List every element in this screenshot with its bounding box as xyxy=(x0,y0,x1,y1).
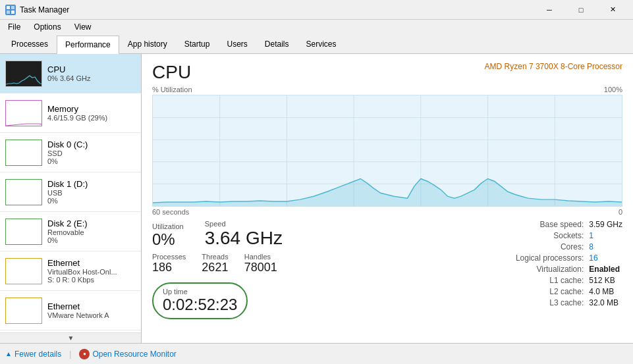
sidebar-ethernet1-sub1: VirtualBox Host-Onl... xyxy=(47,268,136,276)
uptime-label: Up time xyxy=(163,288,237,296)
window-title: Task Manager xyxy=(20,5,69,14)
svg-rect-0 xyxy=(7,6,10,9)
processes-value: 186 xyxy=(152,261,186,274)
speed-value: 3.64 GHz xyxy=(205,228,283,249)
sidebar: CPU 0% 3.64 GHz Memory 4.6/15.9 GB (29%) xyxy=(0,54,142,343)
chart-label-left: % Utilization xyxy=(152,86,192,93)
chevron-down-icon: ▼ xyxy=(68,334,74,342)
time-label-left: 60 seconds xyxy=(152,208,189,216)
sidebar-disk1-name: Disk 1 (D:) xyxy=(47,179,136,189)
sidebar-ethernet2-name: Ethernet xyxy=(47,301,136,311)
tab-processes[interactable]: Processes xyxy=(3,35,57,53)
tab-services[interactable]: Services xyxy=(298,35,345,53)
tab-apphistory[interactable]: App history xyxy=(119,35,176,53)
sidebar-ethernet1-name: Ethernet xyxy=(47,258,136,268)
sidebar-disk1-sub1: USB xyxy=(47,189,136,197)
virtualization-value: Enabled xyxy=(589,265,620,274)
menubar: File Options View xyxy=(0,20,633,34)
sidebar-disk2-name: Disk 2 (E:) xyxy=(47,219,136,228)
sidebar-disk0-sub1: SSD xyxy=(47,149,136,157)
l3-label: L3 cache: xyxy=(491,298,584,307)
processes-label: Processes xyxy=(152,253,186,261)
info-l1: L1 cache: 512 KB xyxy=(491,276,622,285)
info-l2: L2 cache: 4.0 MB xyxy=(491,287,622,296)
cpu-panel: CPU AMD Ryzen 7 3700X 8-Core Processor %… xyxy=(142,54,633,343)
threads-block: Threads 2621 xyxy=(202,253,228,274)
svg-rect-3 xyxy=(11,11,14,14)
handles-value: 78001 xyxy=(244,261,277,274)
handles-block: Handles 78001 xyxy=(244,253,277,274)
sidebar-disk2-info: Disk 2 (E:) Removable 0% xyxy=(47,219,136,244)
sidebar-scroll[interactable]: CPU 0% 3.64 GHz Memory 4.6/15.9 GB (29%) xyxy=(0,54,141,332)
l2-label: L2 cache: xyxy=(491,287,584,296)
l1-label: L1 cache: xyxy=(491,276,584,285)
memory-thumb xyxy=(5,100,42,126)
separator: | xyxy=(69,350,71,359)
ethernet1-thumb xyxy=(5,258,42,284)
sidebar-item-ethernet2[interactable]: Ethernet VMware Network A xyxy=(0,291,141,330)
maximize-button[interactable]: □ xyxy=(566,0,596,20)
chart-time-labels: 60 seconds 0 xyxy=(152,208,622,216)
svg-rect-1 xyxy=(11,6,14,9)
titlebar-left: Task Manager xyxy=(5,5,69,15)
virtualization-label: Virtualization: xyxy=(491,265,584,274)
menu-options[interactable]: Options xyxy=(28,21,66,33)
tab-details[interactable]: Details xyxy=(256,35,298,53)
chevron-up-icon: ▲ xyxy=(5,350,12,357)
sidebar-ethernet2-sub1: VMware Network A xyxy=(47,311,136,319)
chart-labels: % Utilization 100% xyxy=(152,86,622,93)
minimize-button[interactable]: ─ xyxy=(534,0,564,20)
uptime-value: 0:02:52:23 xyxy=(163,296,237,314)
open-resource-monitor-button[interactable]: ● Open Resource Monitor xyxy=(79,349,176,359)
tab-performance[interactable]: Performance xyxy=(57,36,119,54)
disk0-thumb xyxy=(5,140,42,166)
sidebar-disk0-sub2: 0% xyxy=(47,157,136,165)
sidebar-item-ethernet1[interactable]: Ethernet VirtualBox Host-Onl... S: 0 R: … xyxy=(0,251,141,291)
titlebar: Task Manager ─ □ ✕ xyxy=(0,0,633,20)
sidebar-item-disk2[interactable]: Disk 2 (E:) Removable 0% xyxy=(0,212,141,251)
cores-value: 8 xyxy=(589,242,593,251)
main-area: CPU 0% 3.64 GHz Memory 4.6/15.9 GB (29%) xyxy=(0,54,633,343)
info-table: Base speed: 3.59 GHz Sockets: 1 Cores: 8… xyxy=(491,220,622,319)
panel-subtitle: AMD Ryzen 7 3700X 8-Core Processor xyxy=(485,62,622,71)
menu-view[interactable]: View xyxy=(69,21,97,33)
close-button[interactable]: ✕ xyxy=(597,0,628,20)
menu-file[interactable]: File xyxy=(3,21,26,33)
base-speed-value: 3.59 GHz xyxy=(589,220,622,229)
speed-block: Speed 3.64 GHz xyxy=(205,220,283,249)
sidebar-cpu-sub: 0% 3.64 GHz xyxy=(47,74,136,82)
sidebar-disk0-name: Disk 0 (C:) xyxy=(47,140,136,149)
sidebar-cpu-name: CPU xyxy=(47,65,136,74)
tab-users[interactable]: Users xyxy=(218,35,256,53)
window-controls: ─ □ ✕ xyxy=(534,0,628,20)
utilization-value: 0% xyxy=(152,230,184,249)
cpu-thumb xyxy=(5,61,42,87)
sidebar-disk1-info: Disk 1 (D:) USB 0% xyxy=(47,179,136,205)
tab-startup[interactable]: Startup xyxy=(176,35,219,53)
info-base-speed: Base speed: 3.59 GHz xyxy=(491,220,622,229)
fewer-details-button[interactable]: ▲ Fewer details xyxy=(5,350,61,359)
l2-value: 4.0 MB xyxy=(589,287,614,296)
utilization-block: Utilization 0% xyxy=(152,222,184,249)
scroll-down-arrow[interactable]: ▼ xyxy=(0,332,142,343)
logical-value: 16 xyxy=(589,253,597,263)
sidebar-memory-name: Memory xyxy=(47,104,136,114)
sidebar-item-cpu[interactable]: CPU 0% 3.64 GHz xyxy=(0,54,141,93)
sidebar-item-disk1[interactable]: Disk 1 (D:) USB 0% xyxy=(0,172,141,212)
info-l3: L3 cache: 32.0 MB xyxy=(491,298,622,307)
app-icon xyxy=(5,5,16,15)
base-speed-label: Base speed: xyxy=(491,220,584,229)
sidebar-disk1-sub2: 0% xyxy=(47,197,136,205)
fewer-details-label: Fewer details xyxy=(14,350,61,359)
sidebar-item-disk0[interactable]: Disk 0 (C:) SSD 0% xyxy=(0,133,141,172)
panel-header: CPU AMD Ryzen 7 3700X 8-Core Processor xyxy=(152,62,622,83)
sockets-value: 1 xyxy=(589,231,593,240)
cores-label: Cores: xyxy=(491,242,584,251)
processes-block: Processes 186 xyxy=(152,253,186,274)
info-cores: Cores: 8 xyxy=(491,242,622,251)
sidebar-ethernet2-info: Ethernet VMware Network A xyxy=(47,301,136,319)
info-logical: Logical processors: 16 xyxy=(491,253,622,263)
sidebar-disk2-sub1: Removable xyxy=(47,228,136,236)
info-virtualization: Virtualization: Enabled xyxy=(491,265,622,274)
sidebar-item-memory[interactable]: Memory 4.6/15.9 GB (29%) xyxy=(0,93,141,133)
